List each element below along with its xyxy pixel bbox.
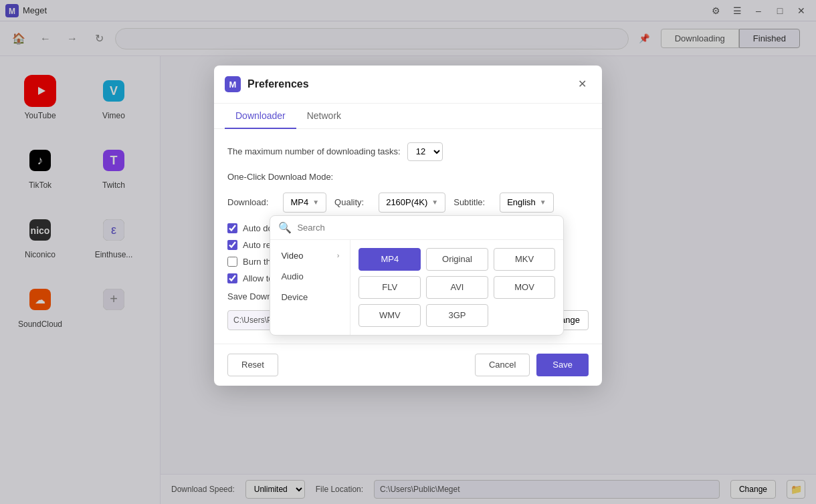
- dialog-footer: Reset Cancel Save: [214, 344, 602, 386]
- dialog-body: The maximum number of downloading tasks:…: [214, 129, 602, 344]
- format-dropdown: 🔍 Video › Audio: [270, 215, 564, 336]
- format-options: MP4 Original MKV FLV AVI MOV WMV 3GP: [350, 240, 563, 335]
- format-wmv[interactable]: WMV: [359, 304, 421, 327]
- category-video[interactable]: Video ›: [270, 245, 350, 266]
- auto-resume-checkbox[interactable]: [227, 240, 237, 250]
- burn-subtitles-checkbox[interactable]: [227, 257, 237, 267]
- quality-arrow-icon: ▼: [431, 199, 438, 206]
- format-3gp[interactable]: 3GP: [426, 304, 488, 327]
- one-click-label: One-Click Download Mode:: [227, 172, 333, 182]
- svg-text:M: M: [229, 80, 237, 90]
- subtitle-value: English: [507, 197, 536, 207]
- save-button[interactable]: Save: [536, 354, 589, 376]
- format-flv[interactable]: FLV: [359, 276, 421, 299]
- one-click-row: One-Click Download Mode:: [227, 172, 589, 182]
- download-label: Download:: [227, 197, 268, 207]
- format-dropdown-wrapper: MP4 ▼ 🔍 Video ›: [283, 193, 326, 213]
- format-dropdown-button[interactable]: MP4 ▼: [283, 193, 326, 213]
- category-audio[interactable]: Audio: [270, 266, 350, 287]
- preferences-dialog: M Preferences ✕ Downloader Network The m…: [214, 66, 602, 386]
- search-icon: 🔍: [278, 221, 292, 234]
- modal-overlay: M Preferences ✕ Downloader Network The m…: [0, 0, 816, 504]
- format-arrow-icon: ▼: [312, 199, 319, 206]
- max-tasks-select[interactable]: 12 124 6810 1620: [407, 142, 443, 161]
- format-sidebar: Video › Audio Device: [270, 240, 350, 335]
- max-tasks-label: The maximum number of downloading tasks:: [227, 146, 401, 156]
- footer-actions: Cancel Save: [475, 354, 589, 376]
- subtitle-label: Subtitle:: [453, 197, 485, 207]
- dialog-title: Preferences: [247, 78, 573, 90]
- cancel-button[interactable]: Cancel: [475, 354, 530, 376]
- allow-multiple-checkbox[interactable]: [227, 273, 237, 283]
- dialog-close-button[interactable]: ✕: [573, 75, 591, 94]
- format-search-row: 🔍: [270, 216, 563, 240]
- category-device[interactable]: Device: [270, 287, 350, 307]
- max-tasks-row: The maximum number of downloading tasks:…: [227, 142, 589, 161]
- dialog-header: M Preferences ✕: [214, 66, 602, 104]
- quality-value: 2160P(4K): [386, 197, 427, 207]
- download-options-row: Download: MP4 ▼ 🔍: [227, 193, 589, 213]
- format-original[interactable]: Original: [426, 248, 488, 271]
- format-content: Video › Audio Device: [270, 240, 563, 335]
- format-value: MP4: [290, 197, 308, 207]
- format-avi[interactable]: AVI: [426, 276, 488, 299]
- format-mp4[interactable]: MP4: [359, 248, 421, 271]
- dialog-logo: M: [225, 76, 241, 92]
- tab-network[interactable]: Network: [296, 104, 352, 129]
- format-mkv[interactable]: MKV: [494, 248, 556, 271]
- format-search-input[interactable]: [297, 223, 555, 233]
- quality-dropdown-button[interactable]: 2160P(4K) ▼: [379, 193, 445, 213]
- quality-label: Quality:: [334, 197, 364, 207]
- tab-downloader[interactable]: Downloader: [225, 104, 296, 129]
- dialog-tabs: Downloader Network: [214, 104, 602, 129]
- reset-button[interactable]: Reset: [227, 354, 278, 376]
- subtitle-dropdown-button[interactable]: English ▼: [500, 193, 554, 213]
- subtitle-arrow-icon: ▼: [540, 199, 546, 206]
- auto-download-checkbox[interactable]: [227, 223, 237, 233]
- format-mov[interactable]: MOV: [494, 276, 556, 299]
